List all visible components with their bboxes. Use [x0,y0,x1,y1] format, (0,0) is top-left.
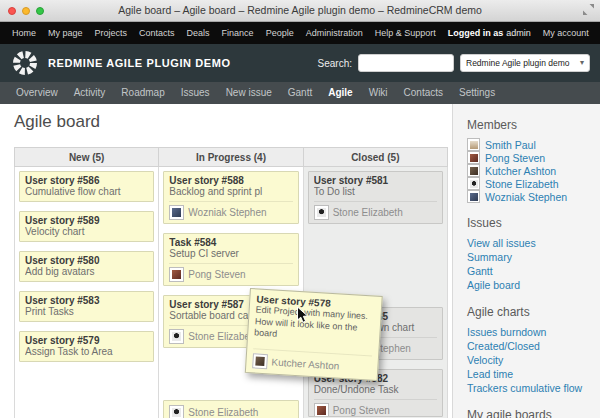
tab-roadmap[interactable]: Roadmap [113,82,172,104]
window-titlebar: Agile board – Agile board – Redmine Agil… [0,0,600,22]
tab-contacts[interactable]: Contacts [396,82,451,104]
sidebar: Members Smith Paul Pong Steven Kutcher A… [452,104,600,418]
tab-settings[interactable]: Settings [451,82,503,104]
avatar [467,151,480,164]
issue-subject: Velocity chart [25,226,148,238]
window-controls [8,7,44,15]
close-button[interactable] [8,7,16,15]
top-menu-home[interactable]: Home [12,28,36,38]
column-header-in-progress: In Progress (4) [158,147,302,167]
issue-assignee: Pong Steven [314,399,437,417]
issue-assignee: Stone Elizabeth [169,404,292,418]
member-link[interactable]: Wozniak Stephen [485,190,567,204]
issue-subject: To Do list [314,186,437,198]
issue-card[interactable]: User story #581 To Do list Stone Elizabe… [308,171,443,224]
member-row: Smith Paul [467,138,594,151]
issue-card[interactable]: User story #586 Cumulative flow chart [19,171,154,202]
issue-card-partial[interactable]: Stone Elizabeth [163,400,298,418]
avatar [169,267,184,282]
column-new: User story #586 Cumulative flow chart Us… [14,167,158,418]
avatar [169,205,184,220]
board-header: New (5) In Progress (4) Closed (5) [14,147,448,167]
member-row: Stone Elizabeth [467,177,594,190]
issue-link[interactable]: User story #589 [25,215,148,226]
sidebar-link-created-closed[interactable]: Created/Closed [467,339,594,353]
sidebar-link-trackers-cumulative-flow[interactable]: Trackers cumulative flow [467,381,594,395]
sidebar-link-summary[interactable]: Summary [467,250,594,264]
issue-link[interactable]: User story #579 [25,335,148,346]
top-menu-deals[interactable]: Deals [187,28,210,38]
dragged-issue-card[interactable]: User story #578 Edit Project with many l… [245,288,383,380]
tab-new-issue[interactable]: New issue [218,82,280,104]
tab-activity[interactable]: Activity [66,82,114,104]
assignee-name: Pong Steven [188,268,245,281]
top-menu-help[interactable]: Help & Support [375,28,436,38]
issue-link[interactable]: User story #583 [25,295,148,306]
zoom-button[interactable] [36,7,44,15]
issue-link[interactable]: User story #586 [25,175,148,186]
project-menu: Overview Activity Roadmap Issues New iss… [0,82,600,104]
issue-card[interactable]: User story #580 Add big avatars [19,251,154,282]
issue-card[interactable]: User story #588 Backlog and sprint pl Wo… [163,171,298,224]
issue-link[interactable]: Task #584 [169,237,292,248]
page-title: Agile board [14,112,100,132]
fullscreen-arrows-icon[interactable] [583,4,594,15]
issue-card[interactable]: User story #583 Print Tasks [19,291,154,322]
search-input[interactable] [358,54,454,72]
issue-card[interactable]: User story #579 Assign Task to Area [19,331,154,362]
issue-card[interactable]: User story #589 Velocity chart [19,211,154,242]
project-selector[interactable]: Redmine Agile plugin demo ▾ [460,54,590,72]
issue-assignee: Pong Steven [169,263,292,282]
member-row: Kutcher Ashton [467,164,594,177]
member-link[interactable]: Stone Elizabeth [485,177,559,191]
issue-link[interactable]: User story #588 [169,175,292,186]
sidebar-link-agile-board[interactable]: Agile board [467,278,594,292]
tab-wiki[interactable]: Wiki [361,82,396,104]
member-link[interactable]: Pong Steven [485,151,545,165]
top-menu-contacts[interactable]: Contacts [139,28,175,38]
column-header-closed: Closed (5) [303,147,448,167]
top-menu-people[interactable]: People [266,28,294,38]
member-link[interactable]: Kutcher Ashton [485,164,556,178]
avatar [467,190,480,203]
issue-subject: Edit Project with many lines. How will i… [254,304,375,346]
issue-assignee: Stone Elizabeth [314,201,437,220]
minimize-button[interactable] [22,7,30,15]
issue-subject: Cumulative flow chart [25,186,148,198]
tab-issues[interactable]: Issues [173,82,218,104]
tab-overview[interactable]: Overview [8,82,66,104]
top-menu-finance[interactable]: Finance [222,28,254,38]
sidebar-link-lead-time[interactable]: Lead time [467,367,594,381]
top-menu-projects[interactable]: Projects [95,28,128,38]
avatar [169,329,184,344]
my-account-link[interactable]: My account [543,28,589,38]
issue-subject: Backlog and sprint pl [169,186,292,198]
member-row: Pong Steven [467,151,594,164]
assignee-name: Pong Steven [333,404,390,417]
avatar [314,205,329,220]
sidebar-link-view-all-issues[interactable]: View all issues [467,236,594,250]
app-window: Agile board – Agile board – Redmine Agil… [0,0,600,418]
avatar [169,405,184,418]
project-selector-value: Redmine Agile plugin demo [466,58,569,68]
members-heading: Members [467,118,594,132]
avatar [252,353,268,369]
issue-subject: Add big avatars [25,266,148,278]
sidebar-link-gantt[interactable]: Gantt [467,264,594,278]
sidebar-link-velocity[interactable]: Velocity [467,353,594,367]
issue-link[interactable]: User story #581 [314,175,437,186]
tab-gantt[interactable]: Gantt [280,82,320,104]
issue-link[interactable]: User story #580 [25,255,148,266]
issue-assignee: Wozniak Stephen [169,201,292,220]
member-link[interactable]: Smith Paul [485,138,536,152]
tab-agile[interactable]: Agile [320,82,360,104]
top-menu-my-page[interactable]: My page [48,28,83,38]
agile-charts-heading: Agile charts [467,305,594,319]
avatar [467,177,480,190]
top-menu-administration[interactable]: Administration [306,28,363,38]
logged-in-as-label: Logged in as [448,28,504,38]
assignee-name: Stone Elizabeth [188,406,258,418]
issue-card[interactable]: Task #584 Setup CI server Pong Steven [163,233,298,286]
current-user-link[interactable]: admin [506,28,531,38]
sidebar-link-issues-burndown[interactable]: Issues burndown [467,325,594,339]
